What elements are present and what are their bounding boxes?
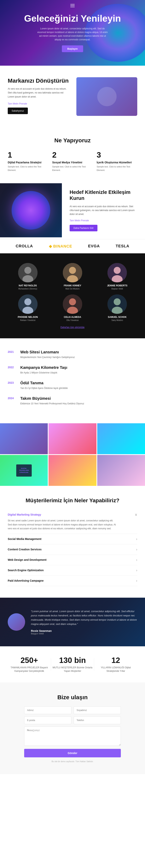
accordion-title-1: Digital Marketing Strategy <box>8 513 41 516</box>
testimonial-name: Roxie Swanman <box>31 629 137 632</box>
team-section: NAT REYNOLDS Muhasebeci (Stımmy) FRANK K… <box>0 253 145 338</box>
contact-row <box>24 716 121 724</box>
hero-section: Geleceğinizi Yenileyin Lorem ipsum dolor… <box>0 0 145 66</box>
team-name-2: FRANK KINNEY <box>52 284 92 287</box>
first-name-group <box>24 706 71 714</box>
team-member-4: PHOEBE NELSON Reklam Yöneticisi <box>8 294 48 321</box>
accordion-body-1: Sit nec amet sadie Lorem ipsum dolor sit… <box>8 517 116 530</box>
svg-point-16 <box>114 298 121 305</box>
accordion-title-2: Social Media Management <box>8 537 41 540</box>
timeline-item-2: 2022 Kampanya Kilometre Taşı Bir Ayda 1 … <box>8 365 137 375</box>
team-name-3: JENNIE ROBERTS <box>97 284 137 287</box>
engage-shape <box>11 191 50 229</box>
team-member-6: SAMUEL SCHOK Satış Müdürü <box>97 294 137 321</box>
accordion-item-3[interactable]: Content Creation Services › <box>8 545 137 555</box>
email-input[interactable] <box>24 716 71 724</box>
engage-image <box>0 183 62 237</box>
accordion-item-6[interactable]: Paid Advertising Campagne › <box>8 576 137 586</box>
hero-cta-button[interactable]: Başlayın <box>62 45 83 52</box>
accordion-title-4: Web Design and Development <box>8 558 47 561</box>
team-photo-4 <box>18 294 37 314</box>
engage-button[interactable]: Daha Fazlasını Gör <box>69 225 97 231</box>
gallery-item-6 <box>97 455 145 486</box>
transform-link[interactable]: Tam Metin Prenale <box>8 102 27 105</box>
gallery-item-4: DIJITAL PAZARLAMA STRATEJISI <box>0 455 48 486</box>
contact-heading: Bize ulaşın <box>8 694 137 701</box>
timeline-desc-3: Yan En İyi Dijital Ajans Ödülüne layık g… <box>20 386 68 390</box>
service-title-3: İçerik Oluşturma Hizmetleri <box>97 161 137 164</box>
accordion-item-1[interactable]: Digital Marketing Strategy ∨ Sit nec ame… <box>8 509 137 534</box>
show-more-link[interactable]: Daha'ları tüm görüntüle <box>8 326 137 329</box>
submit-button[interactable]: Gönder <box>24 749 121 757</box>
team-photo-1 <box>18 263 37 282</box>
service-item-3: 3 İçerik Oluşturma Hizmetleri Sample tex… <box>97 151 137 172</box>
contact-form: Gönder <box>24 706 121 757</box>
timeline-content-1: Web Sitesi Lansmanı Müşterilerimizin Yen… <box>20 350 75 359</box>
team-grid: NAT REYNOLDS Muhasebeci (Stımmy) FRANK K… <box>8 263 137 321</box>
phone-input[interactable] <box>74 716 121 724</box>
timeline-desc-1: Müşterilerimizin Yeni Çevrimiçi Varlığın… <box>20 355 75 359</box>
timeline-title-3: Ödül Tanıma <box>20 381 68 385</box>
logo-evga: EVGA <box>88 244 100 248</box>
accordion-header-4[interactable]: Web Design and Development › <box>8 558 137 562</box>
svg-point-1 <box>24 267 31 274</box>
timeline-content-3: Ödül Tanıma Yan En İyi Dijital Ajans Ödü… <box>20 381 68 390</box>
svg-point-10 <box>24 298 31 305</box>
team-name-5: CELIA ALMEDA <box>52 316 92 318</box>
accordion-header-2[interactable]: Social Media Management › <box>8 537 137 541</box>
accordion-title-3: Content Creation Services <box>8 548 41 551</box>
timeline-item-3: 2023 Ödül Tanıma Yan En İyi Dijital Ajan… <box>8 381 137 390</box>
stat-num-1: 250+ <box>8 656 51 665</box>
service-desc-3: Sample text. Click to select the Text El… <box>97 165 137 172</box>
team-role-4: Reklam Yöneticisi <box>8 319 48 321</box>
team-role-5: Ofis Yöneticisi <box>52 319 92 321</box>
logo-binance: ◆ BINANCE <box>49 244 72 249</box>
transform-button[interactable]: Sabahyoruz <box>8 107 28 114</box>
gallery-item-3 <box>97 423 145 454</box>
engage-link[interactable]: Tam Metin Prenale <box>69 219 89 222</box>
stat-item-2: 130 bin MUTLU MÜŞTERİLER Bizimle Onlarla… <box>51 656 94 673</box>
email-group <box>24 716 71 724</box>
message-group <box>24 726 121 747</box>
timeline-title-2: Kampanya Kilometre Taşı <box>20 365 67 370</box>
engage-heading: Hedef Kitlenizle Etkileşim Kurun <box>69 189 137 201</box>
transform-section: Markanızı Dönüştürün At vero eos et accu… <box>0 66 145 127</box>
team-role-1: Muhasebeci (Stımmy) <box>8 288 48 290</box>
hero-title: Geleceğinizi Yenileyin <box>24 13 121 24</box>
logo-crolla: CROLLA <box>16 244 33 248</box>
accordion-header-6[interactable]: Paid Advertising Campagne › <box>8 579 137 583</box>
message-textarea[interactable] <box>24 726 121 746</box>
team-photo-2 <box>63 263 82 282</box>
hamburger-menu[interactable] <box>70 3 75 8</box>
timeline-content-4: Takım Büyümesi Ekibimize 10 Yeni Yetenek… <box>20 396 84 405</box>
team-name-4: PHOEBE NELSON <box>8 316 48 318</box>
accordion-item-2[interactable]: Social Media Management › <box>8 534 137 545</box>
timeline-item-1: 2021 Web Sitesi Lansmanı Müşterilerimizi… <box>8 350 137 359</box>
accordion-header-1[interactable]: Digital Marketing Strategy ∨ <box>8 513 137 517</box>
phone-group <box>74 716 121 724</box>
timeline-desc-2: Bir Ayda 1 Milyon Gösterime Ulaştık <box>20 371 67 375</box>
service-desc-1: Sample text. Click to select the Text El… <box>8 165 48 172</box>
chevron-down-icon-1: ∨ <box>135 513 137 517</box>
timeline-year-2: 2022 <box>8 366 17 369</box>
team-role-6: Satış Müdürü <box>97 319 137 321</box>
service-num-1: 1 <box>8 151 48 159</box>
gallery-item-2 <box>49 423 96 454</box>
last-name-input[interactable] <box>74 706 121 714</box>
timeline-desc-4: Ekibimize 10 Yeni Yetenekli Profesyoneli… <box>20 402 84 405</box>
accordion-item-4[interactable]: Web Design and Development › <box>8 555 137 565</box>
accordion-item-5[interactable]: Search Engine Optimization › <box>8 565 137 576</box>
timeline-title-1: Web Sitesi Lansmanı <box>20 350 75 354</box>
accordion-header-3[interactable]: Content Creation Services › <box>8 548 137 552</box>
svg-point-13 <box>69 298 76 305</box>
accordion-header-5[interactable]: Search Engine Optimization › <box>8 568 137 572</box>
accordion-heading: Müşterilerimiz İçin Neler Yapabiliriz? <box>8 497 137 504</box>
engage-section: Hedef Kitlenizle Etkileşim Kurun At vero… <box>0 182 145 239</box>
timeline-title-4: Takım Büyümesi <box>20 396 84 401</box>
first-name-input[interactable] <box>24 706 71 714</box>
name-row <box>24 706 121 714</box>
accordion-title-5: Search Engine Optimization <box>8 569 44 572</box>
what-section: Ne Yapıyoruz 1 Dijital Pazarlama Stratej… <box>0 127 145 182</box>
stat-label-1: TAMAMLANAN PROJELER Başarılı Kampanyalar… <box>8 666 51 673</box>
testimonial-content: "Lorem pulvinar sit amet. Lorem ipsum do… <box>31 609 137 635</box>
